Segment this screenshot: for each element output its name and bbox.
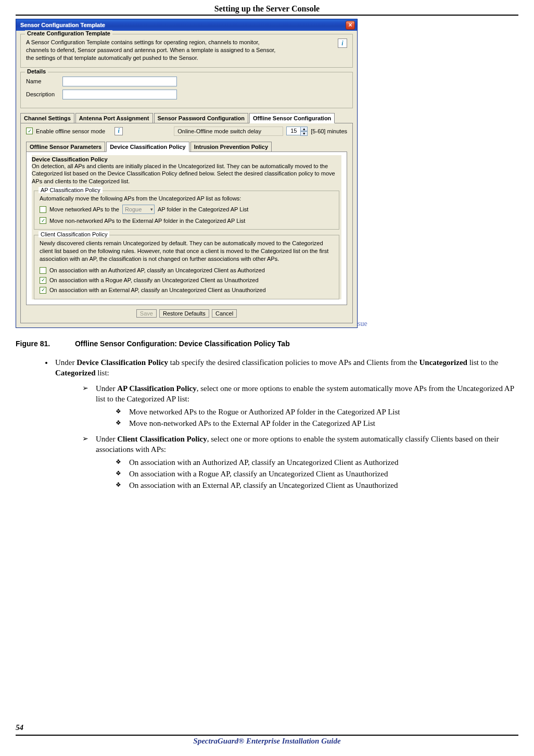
bullet-client-opt2: On association with a Rogue AP, classify… <box>116 469 518 479</box>
bullet-client-policy: Under Client Classification Policy, sele… <box>82 434 518 490</box>
create-template-group: Create Configuration Template A Sensor C… <box>20 34 353 68</box>
window-title: Sensor Configuration Template <box>18 22 105 28</box>
dcp-group: Device Classification Policy On detectio… <box>32 155 341 299</box>
page-header: Setting up the Server Console <box>16 4 518 16</box>
name-input[interactable] <box>62 77 177 86</box>
ap-folder-select-value: Rogue <box>125 206 142 212</box>
main-tab-bar: Channel Settings Antenna Port Assignment… <box>20 112 353 123</box>
info-icon[interactable]: i <box>338 39 347 48</box>
move-networked-aps-checkbox[interactable] <box>40 206 46 213</box>
details-group: Details Name Description <box>20 72 353 108</box>
subtab-offline-params[interactable]: Offline Sensor Parameters <box>26 142 105 152</box>
body-text: Under Device Classification Policy tab s… <box>16 357 518 491</box>
bullet-ap-opt2: Move non-networked APs to the External A… <box>116 418 518 429</box>
client-classification-legend: Client Classification Policy <box>39 231 109 237</box>
switch-delay-spinner[interactable]: 15 ▲▼ <box>286 127 308 136</box>
dcp-legend: Device Classification Policy <box>32 156 341 162</box>
page-footer: SpectraGuard® Enterprise Installation Gu… <box>16 735 518 746</box>
description-label: Description <box>26 91 62 97</box>
chevron-down-icon: ▾ <box>150 207 153 212</box>
ap-classification-group: AP Classification Policy Automatically m… <box>34 191 339 230</box>
switch-delay-label: Online-Offline mode switch delay <box>174 127 283 136</box>
name-label: Name <box>26 78 62 84</box>
ap-classification-legend: AP Classification Policy <box>39 187 103 193</box>
move-networked-aps-post: AP folder in the Categorized AP List <box>158 206 248 212</box>
client-authorized-ap-label: On association with an Authorized AP, cl… <box>49 267 265 273</box>
client-external-ap-label: On association with an External AP, clas… <box>49 287 266 293</box>
enable-offline-checkbox[interactable] <box>26 128 33 134</box>
enable-offline-label: Enable offline sensor mode <box>36 128 105 134</box>
info-icon[interactable]: i <box>115 127 123 135</box>
title-bar: Sensor Configuration Template × <box>16 19 357 31</box>
bullet-main: Under Device Classification Policy tab s… <box>53 357 518 491</box>
bullet-client-opt1: On association with an Authorized AP, cl… <box>116 457 518 468</box>
close-icon[interactable]: × <box>346 21 355 30</box>
bullet-ap-policy: Under AP Classification Policy, select o… <box>82 383 518 429</box>
subtab-device-classification[interactable]: Device Classification Policy <box>106 142 189 152</box>
details-legend: Details <box>25 68 48 74</box>
tab-offline-sensor[interactable]: Offline Sensor Configuration <box>249 113 335 123</box>
client-authorized-ap-checkbox[interactable] <box>40 267 46 274</box>
spinner-down-icon[interactable]: ▼ <box>300 131 308 136</box>
tab-antenna-port[interactable]: Antenna Port Assignment <box>75 113 153 123</box>
sub-tab-bar: Offline Sensor Parameters Device Classif… <box>26 141 347 152</box>
bullet-ap-opt1: Move networked APs to the Rogue or Autho… <box>116 407 518 417</box>
figure-title: Offline Sensor Configuration: Device Cla… <box>75 339 290 348</box>
tab-sensor-password[interactable]: Sensor Password Configuration <box>154 113 248 123</box>
ap-folder-select[interactable]: Rogue ▾ <box>122 205 155 214</box>
move-nonnetworked-aps-label: Move non-networked APs to the External A… <box>49 218 245 224</box>
page-number: 54 <box>16 723 23 732</box>
stray-text: sue <box>358 320 367 327</box>
client-classification-group: Client Classification Policy Newly disco… <box>34 235 339 299</box>
restore-defaults-button[interactable]: Restore Defaults <box>159 309 209 318</box>
dcp-intro: On detection, all APs and clients are in… <box>32 162 341 186</box>
ap-classification-intro: Automatically move the following APs fro… <box>40 195 334 201</box>
button-row: Save Restore Defaults Cancel <box>26 309 347 318</box>
save-button[interactable]: Save <box>136 309 157 318</box>
bullet-client-opt3: On association with an External AP, clas… <box>116 480 518 490</box>
figure-number: Figure 81. <box>16 339 73 348</box>
subtab-intrusion-prevention[interactable]: Intrusion Prevention Policy <box>190 142 272 152</box>
spinner-up-icon[interactable]: ▲ <box>300 127 308 131</box>
description-input[interactable] <box>62 90 177 99</box>
move-networked-aps-pre: Move networked APs to the <box>49 206 119 212</box>
move-nonnetworked-aps-checkbox[interactable] <box>40 217 46 224</box>
create-template-intro: A Sensor Configuration Template contains… <box>26 39 276 62</box>
client-rogue-ap-checkbox[interactable] <box>40 277 46 284</box>
client-external-ap-checkbox[interactable] <box>40 287 46 294</box>
dialog-window: Sensor Configuration Template × Create C… <box>16 19 358 328</box>
figure-caption: Figure 81. Offline Sensor Configuration:… <box>16 339 518 348</box>
offline-tab-panel: Enable offline sensor mode i Online-Offl… <box>20 123 353 323</box>
client-classification-intro: Newly discovered clients remain Uncatego… <box>40 240 334 263</box>
create-template-legend: Create Configuration Template <box>25 30 112 36</box>
device-classification-panel: Device Classification Policy On detectio… <box>26 152 347 305</box>
tab-channel-settings[interactable]: Channel Settings <box>20 113 74 123</box>
switch-delay-value[interactable]: 15 <box>286 127 301 135</box>
client-rogue-ap-label: On association with a Rogue AP, classify… <box>49 277 259 283</box>
cancel-button[interactable]: Cancel <box>212 309 237 318</box>
switch-delay-range: [5-60] minutes <box>311 128 347 134</box>
